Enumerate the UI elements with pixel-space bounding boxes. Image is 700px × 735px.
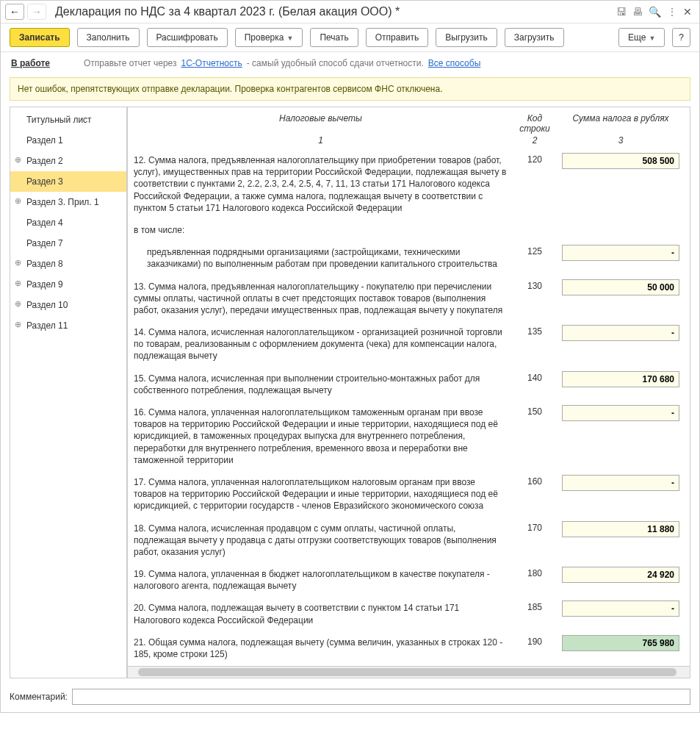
titlebar: ← → Декларация по НДС за 4 квартал 2023 … (1, 1, 699, 24)
expand-icon[interactable]: ⊕ (14, 320, 22, 328)
row-code: 140 (516, 370, 553, 383)
sidebar-item-label: Раздел 7 (26, 238, 63, 248)
sidebar-item-label: Раздел 3 (26, 176, 63, 187)
row-value[interactable]: - (562, 600, 679, 617)
sidebar-item-label: Раздел 9 (26, 279, 63, 290)
sidebar-item[interactable]: Раздел 4 (10, 212, 126, 233)
sidebar-item[interactable]: ⊕Раздел 9 (10, 274, 126, 295)
row-value[interactable]: - (562, 405, 679, 421)
row-desc: 18. Сумма налога, исчисленная продавцом … (134, 520, 508, 562)
decode-button[interactable]: Расшифровать (147, 28, 228, 47)
horizontal-scrollbar[interactable] (128, 666, 690, 678)
header-sum-n: 3 (562, 135, 679, 151)
sidebar-item[interactable]: ⊕Раздел 3. Прил. 1 (10, 192, 126, 212)
sidebar-item[interactable]: ⊕Раздел 8 (10, 254, 126, 274)
toolbar: Записать Заполнить Расшифровать Проверка… (1, 24, 699, 52)
print-icon[interactable]: 🖶 (632, 6, 643, 18)
row-code: 185 (516, 599, 553, 612)
sidebar-item-label: Раздел 10 (26, 300, 68, 310)
check-button[interactable]: Проверка▼ (235, 28, 303, 47)
export-button[interactable]: Выгрузить (436, 28, 497, 47)
sidebar-item[interactable]: Раздел 1 (10, 130, 126, 151)
row-value: 765 980 (562, 635, 679, 651)
sidebar-item[interactable]: ⊕Раздел 2 (10, 151, 126, 171)
attach-icon[interactable]: 🔍 (649, 6, 661, 18)
sidebar-item-label: Раздел 3. Прил. 1 (26, 197, 99, 207)
row-value[interactable]: - (562, 475, 679, 491)
sidebar-item[interactable]: Раздел 7 (10, 233, 126, 254)
row-desc: 17. Сумма налога, уплаченная налогоплате… (134, 473, 508, 515)
header-code: Код строки (516, 113, 553, 135)
sidebar-item[interactable]: Раздел 3 (10, 171, 126, 192)
info-bar: Нет ошибок, препятствующих отправке декл… (10, 77, 690, 101)
header-desc: Налоговые вычеты (134, 113, 508, 125)
row-desc: 12. Сумма налога, предъявленная налогопл… (134, 151, 508, 217)
help-button[interactable]: ? (672, 28, 690, 47)
save-icon[interactable]: 🖫 (616, 6, 627, 18)
row-value[interactable]: 24 920 (562, 567, 679, 583)
row-code: 180 (516, 565, 553, 578)
forward-button[interactable]: → (27, 4, 46, 20)
window-title: Декларация по НДС за 4 квартал 2023 г. (… (55, 5, 616, 18)
expand-icon[interactable]: ⊕ (14, 299, 22, 307)
link-all-ways[interactable]: Все способы (428, 58, 481, 68)
sidebar-item[interactable]: ⊕Раздел 11 (10, 315, 126, 336)
sidebar-item-label: Раздел 8 (26, 259, 63, 269)
row-desc: 20. Сумма налога, подлежащая вычету в со… (134, 599, 508, 628)
subheader: В работе Отправьте отчет через 1С-Отчетн… (1, 52, 699, 74)
header-sum: Сумма налога в рублях (562, 113, 679, 125)
row-value[interactable]: 170 680 (562, 371, 679, 387)
sidebar-item-label: Раздел 11 (26, 320, 68, 331)
row-desc: 16. Сумма налога, уплаченная налогоплате… (134, 404, 508, 469)
comment-label: Комментарий: (10, 692, 68, 702)
link-1c[interactable]: 1С-Отчетность (181, 58, 242, 68)
footer: Комментарий: (1, 684, 699, 712)
expand-icon[interactable]: ⊕ (14, 155, 22, 163)
more-button[interactable]: Еще▼ (618, 28, 665, 47)
menu-icon[interactable]: ⋮ (667, 6, 677, 18)
row-code: 130 (516, 278, 553, 291)
row-value[interactable]: 508 500 (562, 153, 679, 169)
expand-icon[interactable]: ⊕ (14, 196, 22, 204)
sidebar-item-label: Раздел 1 (26, 135, 63, 146)
content-area: Налоговые вычетыКод строкиСумма налога в… (128, 107, 690, 678)
sidebar: Титульный листРаздел 1⊕Раздел 2Раздел 3⊕… (10, 107, 128, 678)
sidebar-item-label: Титульный лист (26, 115, 92, 125)
fill-button[interactable]: Заполнить (77, 28, 140, 47)
hint-suffix: - самый удобный способ сдачи отчетности. (247, 58, 424, 68)
row-desc: 13. Сумма налога, предъявленная налогопл… (134, 278, 508, 320)
row-value[interactable]: - (562, 325, 679, 341)
row-desc: 19. Сумма налога, уплаченная в бюджет на… (134, 565, 508, 595)
print-button[interactable]: Печать (310, 28, 358, 47)
row-desc: предъявленная подрядными организациями (… (134, 243, 508, 273)
row-desc: 15. Сумма налога, исчисленная при выполн… (134, 370, 508, 399)
save-button[interactable]: Записать (10, 28, 70, 47)
row-desc: в том числе: (134, 221, 508, 239)
row-desc: 21. Общая сумма налога, подлежащая вычет… (134, 634, 508, 663)
sidebar-item-label: Раздел 4 (26, 218, 63, 228)
sidebar-item[interactable]: Титульный лист (10, 107, 126, 130)
row-code: 125 (516, 243, 553, 257)
sidebar-item[interactable]: ⊕Раздел 10 (10, 295, 126, 315)
send-button[interactable]: Отправить (366, 28, 429, 47)
close-icon[interactable]: ✕ (683, 6, 692, 18)
row-code: 120 (516, 151, 553, 165)
header-desc-n: 1 (134, 135, 508, 151)
row-code: 190 (516, 634, 553, 647)
expand-icon[interactable]: ⊕ (14, 279, 22, 287)
expand-icon[interactable]: ⊕ (14, 258, 22, 266)
back-button[interactable]: ← (5, 4, 24, 20)
row-code: 150 (516, 404, 553, 417)
status-label[interactable]: В работе (11, 58, 50, 68)
row-code: 170 (516, 520, 553, 533)
header-code-n: 2 (516, 135, 553, 151)
sidebar-item-label: Раздел 2 (26, 156, 63, 166)
hint-prefix: Отправьте отчет через (84, 58, 177, 68)
row-value[interactable]: - (562, 245, 679, 261)
row-value[interactable]: 11 880 (562, 521, 679, 537)
row-value[interactable]: 50 000 (562, 279, 679, 295)
row-desc: 14. Сумма налога, исчисленная налогоплат… (134, 323, 508, 365)
row-code: 160 (516, 473, 553, 487)
import-button[interactable]: Загрузить (505, 28, 564, 47)
comment-input[interactable] (72, 689, 690, 705)
